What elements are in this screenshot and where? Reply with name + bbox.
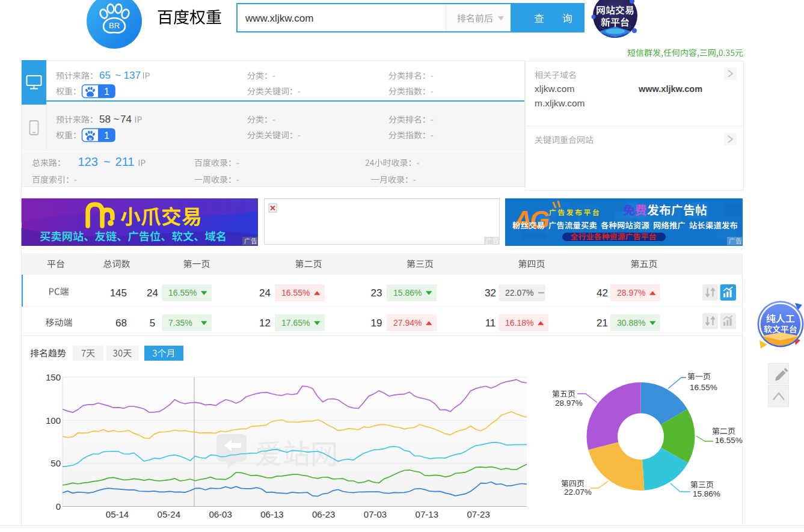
svg-text:7.35%: 7.35%: [168, 318, 192, 328]
svg-text:145: 145: [110, 287, 127, 299]
svg-text:06-13: 06-13: [260, 509, 283, 519]
svg-text:27.94%: 27.94%: [393, 318, 422, 328]
svg-text:17.65%: 17.65%: [281, 318, 310, 328]
svg-text:50: 50: [51, 458, 61, 468]
svg-text:19: 19: [371, 317, 382, 329]
svg-text:15.86%: 15.86%: [393, 288, 422, 298]
svg-text:150: 150: [46, 372, 61, 382]
svg-text:32: 32: [485, 287, 496, 299]
svg-text:1: 1: [104, 87, 109, 97]
svg-text:58: 58: [99, 114, 111, 125]
svg-text:24: 24: [259, 287, 271, 299]
svg-text:22.07%: 22.07%: [505, 288, 533, 298]
svg-text:16.18%: 16.18%: [505, 318, 533, 328]
svg-text:BR: BR: [109, 21, 120, 30]
svg-text:22.07%: 22.07%: [564, 488, 592, 497]
svg-text:06-03: 06-03: [209, 509, 232, 519]
svg-text:28.97%: 28.97%: [555, 399, 583, 408]
svg-text:42: 42: [597, 287, 608, 299]
svg-text:16.55%: 16.55%: [168, 288, 197, 298]
svg-text:~: ~: [103, 155, 111, 168]
svg-text:www.xljkw.com: www.xljkw.com: [245, 13, 313, 24]
svg-text:12: 12: [259, 317, 271, 329]
svg-text:21: 21: [597, 317, 608, 329]
svg-text:07-03: 07-03: [364, 509, 387, 519]
svg-text:16.55%: 16.55%: [715, 436, 743, 445]
svg-text:74: 74: [120, 114, 132, 125]
svg-text:M: M: [89, 137, 92, 141]
svg-text:06-23: 06-23: [312, 509, 335, 519]
svg-text:28.97%: 28.97%: [617, 288, 645, 298]
svg-text:05-14: 05-14: [106, 509, 129, 519]
svg-text:65: 65: [99, 70, 111, 81]
svg-text:07-13: 07-13: [416, 509, 438, 519]
svg-text:24: 24: [147, 287, 158, 299]
svg-text:~: ~: [114, 114, 120, 125]
svg-text:www.xljkw.com: www.xljkw.com: [638, 84, 702, 94]
svg-text:68: 68: [115, 317, 127, 329]
svg-text:211: 211: [115, 155, 135, 168]
svg-text:16.55%: 16.55%: [690, 383, 717, 392]
svg-text:30.88%: 30.88%: [617, 318, 645, 328]
svg-text:5: 5: [150, 317, 155, 329]
svg-text:m.xljkw.com: m.xljkw.com: [535, 98, 585, 108]
svg-text:0: 0: [56, 501, 61, 512]
svg-text:11: 11: [485, 317, 496, 329]
svg-text:137: 137: [124, 70, 141, 81]
svg-text:15.86%: 15.86%: [693, 489, 720, 498]
svg-text:23: 23: [371, 287, 382, 299]
svg-text:AG: AG: [513, 206, 549, 234]
svg-text:1: 1: [104, 130, 109, 141]
svg-text:xljkw.com: xljkw.com: [535, 84, 574, 94]
svg-text:123: 123: [78, 155, 98, 168]
svg-text:05-24: 05-24: [158, 509, 180, 519]
svg-text:~: ~: [115, 70, 121, 81]
svg-text:100: 100: [46, 415, 61, 426]
svg-text:07-23: 07-23: [467, 509, 489, 519]
svg-text:16.55%: 16.55%: [281, 288, 310, 298]
